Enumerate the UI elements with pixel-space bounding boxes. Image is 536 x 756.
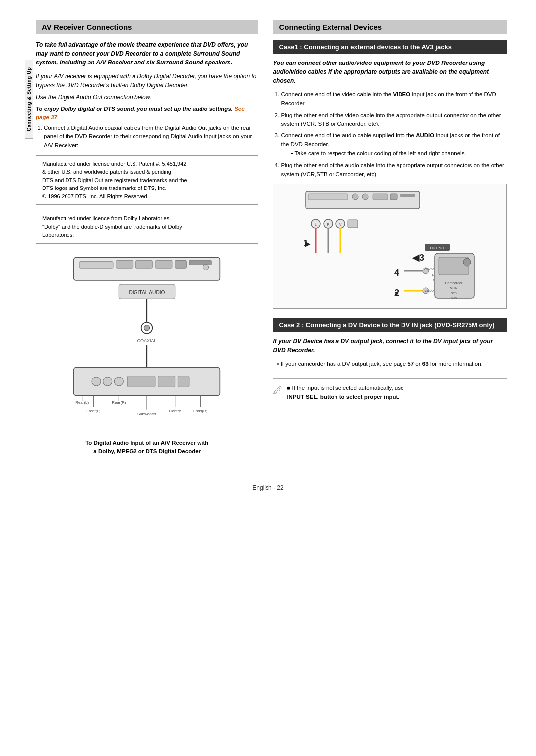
left-step-1: Connect a Digital Audio coaxial cables f… [44, 124, 258, 150]
intro-para4: To enjoy Dolby digital or DTS sound, you… [36, 105, 258, 122]
case1-step-1: Connect one end of the video cable into … [281, 90, 506, 108]
case1-section: Case1 : Connecting an external devices t… [273, 40, 506, 309]
svg-text:L: L [315, 223, 317, 226]
svg-text:Front(L): Front(L) [86, 409, 101, 413]
note-text: ■ If the input is not selected automatic… [287, 384, 403, 402]
svg-rect-3 [136, 260, 153, 268]
svg-point-16 [92, 377, 101, 386]
svg-text:OUTPUT: OUTPUT [430, 246, 445, 250]
svg-rect-20 [158, 376, 175, 387]
svg-text:AUDIO: AUDIO [424, 267, 434, 270]
svg-rect-6 [189, 260, 211, 265]
svg-point-12 [144, 325, 150, 331]
svg-point-18 [114, 377, 123, 386]
case2-section: Case 2 : Connecting a DV Device to the D… [273, 318, 506, 369]
svg-text:Centre: Centre [169, 409, 181, 413]
svg-text:Rear(L): Rear(L) [75, 400, 89, 405]
svg-point-36 [352, 194, 358, 200]
svg-rect-40 [400, 194, 415, 197]
svg-text:Camcorder: Camcorder [445, 281, 462, 285]
svg-rect-4 [155, 260, 172, 268]
case2-bullet-1: If your camcorder has a DV output jack, … [277, 360, 506, 369]
page-layout: Connecting & Setting Up AV Receiver Conn… [25, 20, 511, 469]
external-device-diagram: L R V 1 ▶ ◀3 OUTPUT 4 [301, 189, 479, 303]
right-diagram-box: L R V 1 ▶ ◀3 OUTPUT 4 [273, 184, 506, 309]
case2-header: Case 2 : Connecting a DV Device to the D… [273, 318, 506, 332]
svg-text:STB: STB [451, 292, 457, 295]
svg-text:Subwoofer: Subwoofer [137, 412, 156, 416]
note-box: 🖉 ■ If the input is not selected automat… [273, 378, 506, 402]
intro-para3: Use the Digital Audio Out connection bel… [36, 93, 258, 102]
svg-rect-39 [390, 194, 397, 200]
svg-text:DIGITAL AUDIO: DIGITAL AUDIO [129, 290, 165, 295]
svg-text:◀3: ◀3 [412, 253, 424, 263]
svg-rect-38 [373, 194, 388, 200]
right-section-header: Connecting External Devices [273, 20, 506, 34]
case1-header: Case1 : Connecting an external devices t… [273, 40, 506, 54]
svg-text:DVD: DVD [450, 297, 457, 300]
left-section-header: AV Receiver Connections [36, 20, 258, 34]
svg-rect-44 [348, 220, 358, 228]
svg-text:R: R [327, 223, 329, 226]
diagram-caption: To Digital Audio Input of an A/V Receive… [42, 439, 252, 456]
right-column: Connecting External Devices Case1 : Conn… [273, 20, 506, 469]
sidebar-label: Connecting & Setting Up [25, 60, 33, 139]
svg-text:Front(R): Front(R) [193, 409, 208, 413]
case1-sub-note: • Take care to respect the colour coding… [291, 149, 506, 158]
svg-rect-19 [128, 376, 156, 387]
notice-box-1: Manufactured under license under U.S. Pa… [36, 155, 258, 205]
svg-text:V: V [339, 223, 341, 226]
left-inner: Connecting & Setting Up AV Receiver Conn… [25, 20, 258, 462]
case1-intro: You can connect other audio/video equipm… [273, 59, 506, 85]
svg-text:L: L [432, 273, 434, 276]
intro-para2: If your A/V receiver is equipped with a … [36, 72, 258, 90]
intro-para1: To take full advantage of the movie thea… [36, 40, 258, 67]
svg-point-37 [362, 194, 368, 200]
case2-intro: If your DV Device has a DV output jack, … [273, 337, 506, 355]
case1-steps: Connect one end of the video cable into … [281, 90, 506, 179]
left-column: Connecting & Setting Up AV Receiver Conn… [25, 20, 258, 469]
page-footer: English - 22 [25, 484, 511, 491]
note-icon: 🖉 [273, 385, 283, 396]
svg-point-65 [463, 258, 471, 266]
case2-bullets: If your camcorder has a DV output jack, … [277, 360, 506, 369]
case1-step-3: Connect one end of the audio cable suppl… [281, 131, 506, 158]
svg-text:4: 4 [394, 268, 399, 278]
svg-rect-21 [178, 376, 190, 387]
svg-rect-1 [79, 262, 113, 269]
svg-rect-5 [175, 260, 187, 268]
svg-text:▼: ▼ [393, 289, 400, 297]
av-diagram-svg: DIGITAL AUDIO COAXIAL [63, 255, 231, 435]
svg-text:VIDEO: VIDEO [424, 289, 434, 292]
svg-rect-2 [116, 260, 133, 268]
svg-point-7 [203, 264, 209, 270]
svg-text:Rear(R): Rear(R) [112, 400, 126, 405]
svg-point-17 [103, 377, 112, 386]
svg-rect-35 [308, 194, 348, 200]
notice-box-2: Manufactured under licence from Dolby La… [36, 210, 258, 244]
svg-text:COAXIAL: COAXIAL [137, 338, 157, 343]
case1-step-2: Plug the other end of the video cable in… [281, 111, 506, 129]
av-diagram-box: DIGITAL AUDIO COAXIAL [36, 249, 258, 462]
svg-text:VCR: VCR [450, 286, 457, 290]
svg-text:R: R [431, 278, 434, 281]
svg-text:▶: ▶ [305, 240, 311, 248]
case1-step-4: Plug the other end of the audio cable in… [281, 161, 506, 179]
left-steps: Connect a Digital Audio coaxial cables f… [44, 124, 258, 150]
